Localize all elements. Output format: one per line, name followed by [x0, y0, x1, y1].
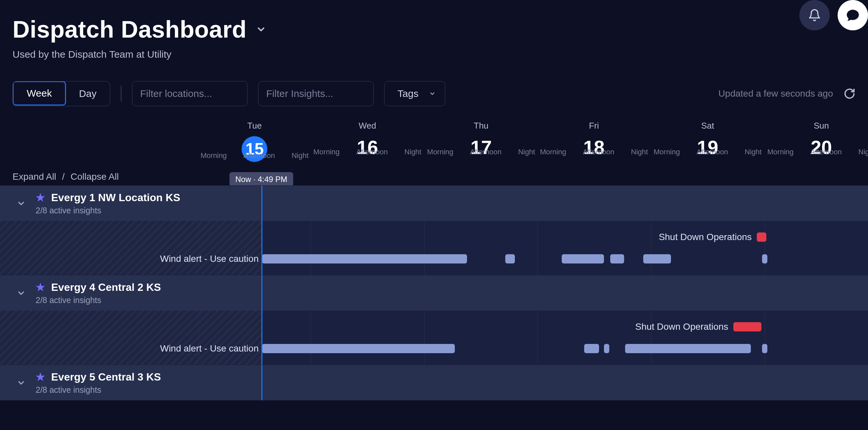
- now-line: [261, 365, 262, 400]
- chevron-down-icon: [17, 378, 26, 388]
- day-column: Wed16MorningAfternoonNight: [311, 120, 424, 158]
- now-line: [261, 221, 262, 275]
- timeline-bar[interactable]: [757, 232, 766, 242]
- timeline-bar[interactable]: [762, 344, 767, 353]
- insight-label: Wind alert - Use caution: [160, 343, 259, 354]
- timeofday-label: Night: [745, 148, 762, 156]
- tags-dropdown[interactable]: Tags: [384, 81, 445, 106]
- grid-line: [651, 275, 651, 310]
- location-row-header[interactable]: ★Evergy 4 Central 2 KS2/8 active insight…: [0, 275, 868, 310]
- timeofday-label: Night: [404, 148, 421, 156]
- timeline-bar[interactable]: [584, 344, 599, 353]
- day-column: Fri18MorningAfternoonNight: [537, 120, 651, 158]
- grid-line: [765, 310, 765, 365]
- chevron-down-icon: [17, 289, 26, 298]
- past-shade: [0, 221, 261, 275]
- filter-insights-input[interactable]: [258, 81, 374, 106]
- timeline-bar[interactable]: [610, 254, 624, 263]
- active-insights-count: 2/8 active insights: [36, 206, 180, 215]
- now-indicator: Now · 4:49 PM: [229, 172, 293, 187]
- grid-line: [311, 221, 311, 275]
- grid-line: [198, 310, 198, 365]
- insight-label: Shut Down Operations: [659, 232, 752, 242]
- timeofday-label: Night: [631, 148, 648, 156]
- insight-row: Shut Down OperationsWind alert - Use cau…: [0, 221, 868, 275]
- timeline-bar[interactable]: [262, 254, 467, 263]
- page-subtitle: Used by the Dispatch Team at Utility: [12, 49, 868, 60]
- view-week-button[interactable]: Week: [12, 81, 66, 105]
- grid-line: [651, 310, 651, 365]
- timeline-bar[interactable]: [505, 254, 515, 263]
- bell-icon: [808, 8, 821, 22]
- updated-text: Updated a few seconds ago: [718, 88, 833, 99]
- grid-line: [651, 221, 651, 275]
- day-abbr: Fri: [537, 121, 651, 131]
- grid-line: [425, 365, 425, 400]
- grid-line: [651, 186, 651, 221]
- refresh-button[interactable]: [844, 88, 856, 100]
- notifications-button[interactable]: [799, 0, 830, 30]
- timeline-bar[interactable]: [604, 344, 609, 353]
- insight-label: Wind alert - Use caution: [160, 254, 259, 264]
- timeline-bar[interactable]: [643, 254, 671, 263]
- grid-line: [537, 365, 538, 400]
- view-segment: Week Day: [12, 81, 110, 106]
- grid-line: [765, 221, 765, 275]
- active-insights-count: 2/8 active insights: [36, 295, 161, 305]
- divider: [121, 86, 121, 102]
- grid-line: [537, 310, 538, 365]
- collapse-all-link[interactable]: Collapse All: [71, 171, 119, 182]
- timeofday-label: Morning: [313, 148, 340, 156]
- grid-line: [198, 275, 198, 310]
- timeline-bar[interactable]: [562, 254, 604, 263]
- grid-line: [537, 186, 538, 221]
- filter-locations-input[interactable]: [132, 81, 248, 106]
- grid-line: [311, 186, 311, 221]
- timeline-bar[interactable]: [733, 322, 761, 331]
- timeofday-label: Afternoon: [356, 148, 388, 156]
- insight-label: Shut Down Operations: [635, 322, 728, 332]
- day-abbr: Sun: [765, 121, 868, 131]
- timeofday-label: Morning: [767, 148, 794, 156]
- star-icon: ★: [36, 281, 45, 294]
- chat-icon: [845, 8, 860, 23]
- grid-line: [311, 365, 311, 400]
- timeline-bar[interactable]: [625, 344, 751, 353]
- now-line: [261, 275, 262, 310]
- grid-line: [425, 275, 425, 310]
- page-title: Dispatch Dashboard: [12, 16, 247, 43]
- grid-line: [425, 221, 425, 275]
- timeline-bar[interactable]: [262, 344, 455, 353]
- location-row-header[interactable]: ★Evergy 5 Central 3 KS2/8 active insight…: [0, 365, 868, 400]
- grid-line: [198, 221, 198, 275]
- location-name: Evergy 5 Central 3 KS: [51, 371, 161, 383]
- grid-line: [198, 186, 198, 221]
- now-line: [261, 186, 262, 221]
- expand-all-link[interactable]: Expand All: [12, 171, 56, 182]
- location-row-header[interactable]: ★Evergy 1 NW Location KS2/8 active insig…: [0, 185, 868, 221]
- day-column: Sat19MorningAfternoonNight: [651, 120, 764, 158]
- chevron-down-icon: [429, 90, 436, 97]
- timeofday-label: Night: [518, 148, 535, 156]
- insight-row: Shut Down OperationsWind alert - Use cau…: [0, 310, 868, 365]
- tags-label: Tags: [398, 88, 418, 99]
- grid-line: [537, 221, 538, 275]
- grid-line: [198, 365, 198, 400]
- day-abbr: Sat: [651, 121, 764, 131]
- day-abbr: Thu: [425, 121, 538, 131]
- grid-line: [765, 275, 765, 310]
- chat-button[interactable]: [838, 0, 868, 30]
- location-name: Evergy 4 Central 2 KS: [51, 281, 161, 294]
- star-icon: ★: [36, 371, 45, 383]
- star-icon: ★: [36, 191, 45, 204]
- past-shade: [0, 310, 261, 365]
- day-abbr: Wed: [311, 121, 424, 131]
- grid-line: [537, 275, 538, 310]
- timeofday-label: Afternoon: [810, 148, 842, 156]
- separator: /: [62, 171, 65, 182]
- timeofday-label: Morning: [654, 148, 680, 156]
- timeofday-label: Night: [291, 151, 308, 160]
- timeline-bar[interactable]: [762, 254, 767, 263]
- chevron-down-icon[interactable]: [256, 24, 266, 35]
- view-day-button[interactable]: Day: [66, 81, 110, 106]
